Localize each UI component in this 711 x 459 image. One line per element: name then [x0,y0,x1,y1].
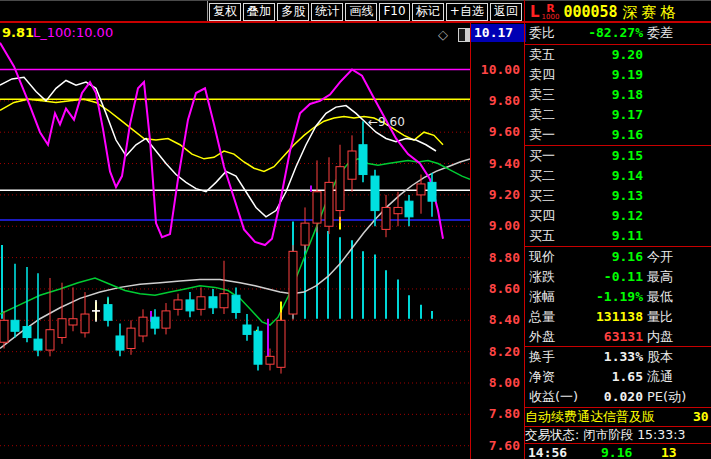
bid-section: 买一9.15买二9.14买三9.13买四9.12买五9.11 [525,146,711,247]
stat2-row: 净资1.65流通 [525,367,711,387]
stat-label2: 今开 [647,247,673,267]
ask-value: 9.19 [612,65,643,85]
toolbar-button-标记[interactable]: 标记 [412,3,444,21]
candle-up [313,192,321,223]
axis-tick-label: 8.20 [472,344,520,359]
bid-value: 9.13 [612,186,643,206]
stat-row: 现价9.16今开 [525,247,711,267]
stat-value: 131138 [596,307,643,327]
candle-down [232,295,240,312]
chart-label-yellow-line: 9.81 [2,25,34,40]
chart-label-magenta-line: L_100:10.00 [33,25,113,40]
stat2-label: 净资 [529,367,555,387]
candle-down [116,336,124,350]
stat-label2: 最高 [647,267,673,287]
axis-tick-label: 9.20 [472,187,520,202]
candle-up [382,207,390,229]
axis-tick-label: 9.40 [472,156,520,171]
axis-tick-label: 7.60 [472,438,520,453]
candle-up [277,320,285,367]
axis-tick-label: 8.60 [472,281,520,296]
candle-down [428,182,436,201]
flag-r-1000: R 1000 [542,3,560,21]
diamond-icon[interactable]: ◇ [438,27,448,42]
stats-section: 现价9.16今开涨跌-0.11最高涨幅-1.19%最低总量131138量比外盘6… [525,247,711,347]
bid-value: 9.14 [612,166,643,186]
candle-down [11,320,19,331]
candle-down [405,201,413,217]
ask-row: 卖四9.19 [525,65,711,85]
weibi-section: 委比-82.27%委差 [525,23,711,45]
candle-up [348,151,356,179]
candle-up [69,319,77,325]
candle-up [301,223,309,245]
toolbar-buttons: 复权叠加多股统计画线F10标记+自选返回 [209,3,522,21]
stat2-label2: PE(动) [647,387,686,407]
notice-text: 自动续费通达信普及版 [525,409,655,424]
toolbar-button-+自选[interactable]: +自选 [446,3,488,21]
axis-max-price-badge: 10.17 [471,24,526,42]
stat-label: 现价 [529,247,555,267]
price-annotation: ←9.60 [368,115,405,129]
axis-tick-label: 8.00 [472,375,520,390]
candle-up [81,314,89,333]
bid-value: 9.12 [612,206,643,226]
ask-label: 卖四 [529,65,555,85]
bid-row: 买五9.11 [525,226,711,246]
bid-row: 买四9.12 [525,206,711,226]
ask-row: 卖三9.18 [525,85,711,105]
candle-down [186,300,194,311]
ask-label: 卖二 [529,105,555,125]
candle-up [417,184,425,195]
axis-tick-label: 9.80 [472,93,520,108]
stat2-label2: 流通 [647,367,673,387]
ticker-price: 9.16 [601,444,632,459]
axis-tick-label: 9.60 [472,124,520,139]
candle-up [394,207,402,213]
last-trade-ticker: 14:56 9.16 13 [525,444,711,459]
quote-panel: 委比-82.27%委差 卖五9.20卖四9.19卖三9.18卖二9.17卖一9.… [525,23,711,459]
axis-tick-label: 9.00 [472,218,520,233]
toolbar-button-返回[interactable]: 返回 [490,3,522,21]
toolbar-button-画线[interactable]: 画线 [345,3,377,21]
title-blank-area [0,1,208,22]
candle-down [209,297,217,308]
top-toolbar: 复权叠加多股统计画线F10标记+自选返回 L R 1000 000058 深赛格 [0,0,711,22]
ask-value: 9.17 [612,105,643,125]
stat-row: 总量131138量比 [525,307,711,327]
bid-label: 买三 [529,186,555,206]
toolbar-button-多股[interactable]: 多股 [277,3,309,21]
stat2-label2: 股本 [647,347,673,367]
weibi-value: -82.27% [588,23,643,43]
toolbar-button-F10[interactable]: F10 [379,3,409,21]
stat2-row: 换手1.33%股本 [525,347,711,367]
toolbar-button-叠加[interactable]: 叠加 [243,3,275,21]
ask-value: 9.20 [612,45,643,65]
notice-row[interactable]: 自动续费通达信普及版 30 [525,408,711,427]
axis-tick-label: 8.40 [472,312,520,327]
bid-label: 买四 [529,206,555,226]
curve-ind-magenta [0,43,443,245]
bid-value: 9.11 [612,226,643,246]
candle-up [127,328,135,348]
axis-tick-label: 8.80 [472,250,520,265]
ask-label: 卖三 [529,85,555,105]
stat2-label: 换手 [529,347,555,367]
candle-up [0,320,8,342]
candle-up [336,167,344,211]
notice-badge: 30 [693,408,709,426]
toolbar-button-统计[interactable]: 统计 [311,3,343,21]
stat2-value: 1.65 [612,367,643,387]
stat-row: 涨跌-0.11最高 [525,267,711,287]
ticker-volume: 13 [661,444,677,459]
stat-value: 9.16 [612,247,643,267]
ask-section: 卖五9.20卖四9.19卖三9.18卖二9.17卖一9.16 [525,45,711,146]
ask-label: 卖五 [529,45,555,65]
ticker-time: 14:56 [528,444,567,459]
candle-up [58,319,66,338]
candlestick-chart-canvas[interactable]: ←9.60 [0,23,470,459]
bid-row: 买二9.14 [525,166,711,186]
stat-label2: 内盘 [647,327,673,347]
weibi-row: 委比-82.27%委差 [525,23,711,43]
toolbar-button-复权[interactable]: 复权 [209,3,241,21]
